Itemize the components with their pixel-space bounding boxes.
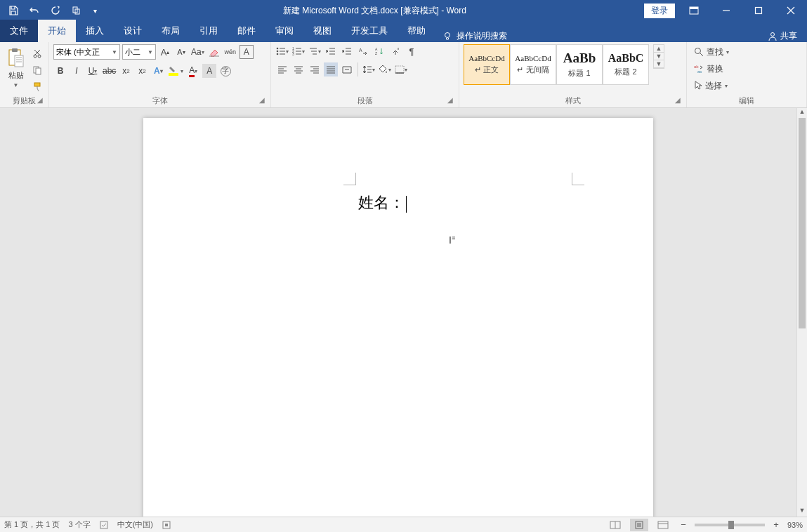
justify-button[interactable] xyxy=(324,62,338,77)
zoom-level[interactable]: 93% xyxy=(787,521,803,529)
character-border-button[interactable]: A xyxy=(240,45,254,59)
clear-formatting-button[interactable] xyxy=(207,45,221,59)
tab-review[interactable]: 审阅 xyxy=(265,20,303,42)
sort-button[interactable]: AZ xyxy=(372,44,386,58)
scroll-down-button[interactable]: ▼ xyxy=(797,507,807,517)
tab-help[interactable]: 帮助 xyxy=(398,20,435,42)
qat-customize-button[interactable] xyxy=(67,1,86,20)
share-button[interactable]: 共享 xyxy=(758,30,807,42)
align-center-button[interactable] xyxy=(291,62,306,77)
font-size-combo[interactable]: 小二▼ xyxy=(122,44,156,60)
phonetic-guide-button[interactable]: wén xyxy=(223,45,237,59)
styles-dialog-launcher[interactable]: ◢ xyxy=(675,96,685,106)
document-text[interactable]: 姓名： xyxy=(358,192,407,213)
font-color-button[interactable]: A▾ xyxy=(186,64,200,78)
format-painter-button[interactable] xyxy=(30,80,44,94)
macro-icon[interactable] xyxy=(162,520,171,530)
close-button[interactable] xyxy=(775,0,807,21)
undo-button[interactable] xyxy=(25,1,44,20)
ltr-direction-button[interactable]: A xyxy=(356,44,370,58)
subscript-button[interactable]: x2 xyxy=(119,64,133,78)
svg-point-17 xyxy=(277,48,279,50)
tab-file[interactable]: 文件 xyxy=(0,20,38,42)
select-button[interactable]: 选择▾ xyxy=(691,78,730,93)
web-layout-button[interactable] xyxy=(654,519,672,531)
svg-rect-33 xyxy=(165,524,168,526)
increase-indent-button[interactable] xyxy=(340,44,354,58)
find-button[interactable]: 查找▾ xyxy=(691,44,732,60)
tab-home[interactable]: 开始 xyxy=(38,20,76,42)
read-mode-button[interactable] xyxy=(606,519,624,531)
font-name-combo[interactable]: 宋体 (中文正▼ xyxy=(53,44,120,60)
styles-gallery[interactable]: AaBbCcDd↵ 正文AaBbCcDd↵ 无间隔AaBb标题 1AaBbC标题… xyxy=(464,44,649,85)
decrease-indent-button[interactable] xyxy=(324,44,338,58)
zoom-slider[interactable] xyxy=(695,524,765,526)
qat-more-button[interactable]: ▾ xyxy=(88,1,101,20)
gallery-more-button[interactable]: ▼ xyxy=(654,60,664,68)
character-shading-button[interactable]: A xyxy=(202,64,216,78)
zoom-out-button[interactable]: − xyxy=(678,519,689,530)
style-item-0[interactable]: AaBbCcDd↵ 正文 xyxy=(464,44,510,85)
replace-button[interactable]: abac替换 xyxy=(691,61,726,77)
multilevel-list-button[interactable]: ▾ xyxy=(308,44,322,58)
borders-button[interactable]: ▾ xyxy=(394,62,408,77)
style-item-1[interactable]: AaBbCcDd↵ 无间隔 xyxy=(510,44,556,85)
distributed-button[interactable] xyxy=(340,62,354,77)
spell-check-icon[interactable] xyxy=(99,520,109,530)
tab-design[interactable]: 设计 xyxy=(114,20,152,42)
group-font: 宋体 (中文正▼ 小二▼ A▴ A▾ Aa▾ wén A B I U▾ abc … xyxy=(49,42,271,107)
superscript-button[interactable]: x2 xyxy=(135,64,149,78)
zoom-in-button[interactable]: + xyxy=(770,519,782,530)
bullets-button[interactable]: ▾ xyxy=(275,44,289,58)
paragraph-marks-button[interactable]: ¶ xyxy=(405,44,419,58)
copy-button[interactable] xyxy=(30,63,44,77)
tell-me-search[interactable]: 操作说明搜索 xyxy=(435,30,514,42)
tab-layout[interactable]: 布局 xyxy=(152,20,190,42)
tab-view[interactable]: 视图 xyxy=(303,20,341,42)
paste-button[interactable]: 粘贴 ▼ xyxy=(4,44,27,92)
align-right-button[interactable] xyxy=(308,62,322,77)
tab-references[interactable]: 引用 xyxy=(190,20,228,42)
paragraph-dialog-launcher[interactable]: ◢ xyxy=(447,96,457,106)
underline-button[interactable]: U▾ xyxy=(86,64,100,78)
print-layout-button[interactable] xyxy=(630,519,648,531)
enclose-characters-button[interactable]: 字 xyxy=(218,64,232,78)
style-item-2[interactable]: AaBb标题 1 xyxy=(556,44,603,85)
numbering-button[interactable]: 123▾ xyxy=(291,44,306,58)
language-status[interactable]: 中文(中国) xyxy=(117,519,153,530)
grow-font-button[interactable]: A▴ xyxy=(158,45,172,59)
shading-button[interactable]: ▾ xyxy=(378,62,392,77)
gallery-up-button[interactable]: ▲ xyxy=(654,45,664,53)
show-marks-button[interactable] xyxy=(388,44,402,58)
align-left-button[interactable] xyxy=(275,62,289,77)
highlight-button[interactable]: ▾ xyxy=(167,64,184,78)
vertical-scrollbar[interactable]: ▲ ▼ xyxy=(796,108,807,517)
bold-button[interactable]: B xyxy=(53,64,67,78)
save-button[interactable] xyxy=(4,1,22,20)
line-spacing-button[interactable]: ▾ xyxy=(362,62,376,77)
strikethrough-button[interactable]: abc xyxy=(102,64,117,78)
page-number-status[interactable]: 第 1 页，共 1 页 xyxy=(4,519,60,530)
tab-insert[interactable]: 插入 xyxy=(76,20,114,42)
ribbon-display-button[interactable] xyxy=(678,0,710,21)
change-case-button[interactable]: Aa▾ xyxy=(190,45,205,59)
font-dialog-launcher[interactable]: ◢ xyxy=(259,96,269,106)
maximize-button[interactable] xyxy=(742,0,775,21)
scroll-up-button[interactable]: ▲ xyxy=(797,108,807,118)
document-page[interactable]: 姓名： I≡ xyxy=(143,118,653,517)
style-item-3[interactable]: AaBbC标题 2 xyxy=(603,44,649,85)
italic-button[interactable]: I xyxy=(70,64,84,78)
minimize-button[interactable] xyxy=(710,0,742,21)
tab-developer[interactable]: 开发工具 xyxy=(341,20,398,42)
scroll-thumb[interactable] xyxy=(799,118,806,328)
text-effects-button[interactable]: A▾ xyxy=(151,64,165,78)
cut-button[interactable] xyxy=(30,46,44,60)
redo-button[interactable] xyxy=(46,1,65,20)
login-button[interactable]: 登录 xyxy=(644,4,675,18)
zoom-slider-knob[interactable] xyxy=(728,521,734,529)
word-count-status[interactable]: 3 个字 xyxy=(68,519,90,530)
clipboard-dialog-launcher[interactable]: ◢ xyxy=(37,96,47,106)
shrink-font-button[interactable]: A▾ xyxy=(174,45,188,59)
tab-mailings[interactable]: 邮件 xyxy=(228,20,265,42)
gallery-down-button[interactable]: ▼ xyxy=(654,53,664,60)
